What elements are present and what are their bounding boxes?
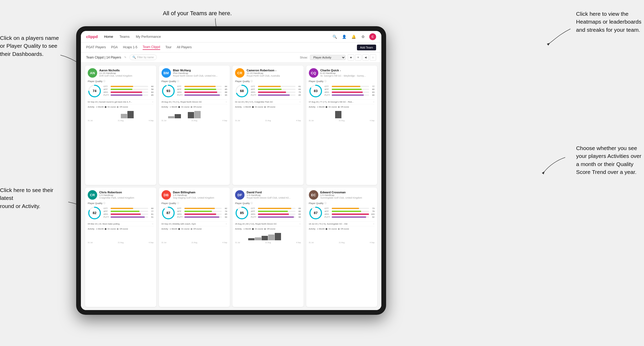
latest-round[interactable]: 02 Sep 23 | Sunset round to get back int… [88, 99, 154, 104]
circle-gauge[interactable]: 85 [235, 206, 249, 220]
user-icon[interactable]: 👤 [341, 34, 347, 40]
subnav-pga[interactable]: PGA [111, 45, 118, 50]
player-name[interactable]: Blair McHarg [173, 69, 227, 72]
player-name[interactable]: Cameron Robertson ● [247, 69, 301, 72]
player-name[interactable]: David Ford [247, 191, 301, 194]
gauge-svg: 87 [162, 206, 175, 220]
latest-round[interactable]: 07 Aug 23 | 77 (+7), St George's Hill GC… [309, 99, 375, 104]
bell-icon[interactable]: 🔔 [350, 34, 357, 40]
settings-icon[interactable]: ⚙ [360, 34, 366, 40]
player-card: AN Aaron Nicholls 11-15 Handicap Drift G… [85, 66, 156, 185]
player-club: Drift Golf Club, United Kingdom [99, 74, 154, 77]
stat-label-app: APP [103, 88, 110, 91]
nav-icons: 🔍 👤 🔔 ⚙ C [331, 33, 376, 40]
avatar-icon[interactable]: C [369, 33, 376, 40]
stat-label-arg: ARG [251, 91, 257, 93]
player-info: David Ford 1-5 Handicap Royal North Devo… [247, 191, 301, 199]
circle-gauge[interactable]: 74 [88, 84, 101, 98]
latest-round-text: 02 Jul 23 | 59 (+17), Craigmillar Park G… [235, 101, 273, 103]
stat-row-putt: PUTT 95 [177, 94, 227, 96]
on-course-legend [105, 228, 106, 230]
add-team-button[interactable]: Add Team [357, 45, 376, 50]
stat-value-app: 77 [149, 210, 154, 212]
nav-my-performance[interactable]: My Performance [136, 35, 161, 39]
player-card: DF David Ford 1-5 Handicap Royal North D… [232, 188, 304, 307]
subnav-all-players[interactable]: All Players [177, 45, 192, 50]
stat-label-arg: ARG [325, 91, 331, 93]
circle-gauge[interactable]: 93 [162, 84, 175, 98]
stat-label-ott: OTT [325, 207, 331, 210]
sort-button[interactable]: ↕ [370, 54, 376, 61]
sub-nav-right: Add Team [357, 45, 376, 50]
quality-section[interactable]: 93 OTT 84 APP 85 [162, 84, 227, 98]
off-course-legend [264, 228, 266, 230]
quality-section[interactable]: 68 OTT 61 APP 63 [235, 84, 301, 98]
nav-home[interactable]: Home [104, 35, 113, 39]
latest-round[interactable]: 04 Sep 23 | Mobility with coach, Gym → [162, 221, 227, 226]
subnav-hcaps[interactable]: Hcaps 1-5 [123, 45, 137, 50]
quality-section[interactable]: 82 OTT 60 APP 77 [88, 206, 154, 220]
filter-button[interactable]: ◀ [362, 54, 369, 61]
latest-round[interactable]: 02 Jul 23 | 59 (+17), Craigmillar Park G… [235, 99, 301, 104]
team-header: Team Clippd | 14 Players ✎ 🔍 Filter by n… [81, 52, 381, 62]
list-view-button[interactable]: ≡ [355, 54, 361, 61]
stat-bar-fill-app [184, 89, 216, 90]
stat-bar-bg-arg [111, 92, 148, 93]
circle-gauge[interactable]: 68 [235, 84, 249, 98]
circle-gauge[interactable]: 87 [162, 206, 175, 220]
latest-round-arrow: → [152, 223, 154, 225]
player-name[interactable]: Aaron Nicholls [99, 69, 154, 72]
player-name[interactable]: Edward Crossman [320, 191, 375, 194]
search-icon[interactable]: 🔍 [331, 34, 338, 40]
stat-label-ott: OTT [103, 207, 110, 210]
grid-view-button[interactable]: ■ [348, 54, 354, 61]
players-grid: AN Aaron Nicholls 11-15 Handicap Drift G… [81, 62, 381, 310]
subnav-tour[interactable]: Tour [165, 45, 172, 50]
on-course-label: On course [328, 228, 337, 230]
stat-label-arg: ARG [103, 213, 110, 215]
stat-bar-bg-app [111, 211, 148, 212]
quality-section[interactable]: 83 OTT 77 APP 80 [309, 84, 375, 98]
chart-bar [248, 238, 255, 240]
player-avatar: CR [88, 190, 97, 200]
stat-label-arg: ARG [177, 91, 184, 93]
latest-round[interactable]: 05 Mar 23 | 19, Must make putting → [88, 221, 154, 226]
nav-teams[interactable]: Teams [120, 35, 129, 39]
quality-section[interactable]: 87 OTT 82 APP 74 [162, 206, 227, 220]
activity-chart: 31 Jul 21 Aug 4 Sep [309, 231, 375, 243]
circle-gauge[interactable]: 82 [88, 206, 101, 220]
circle-gauge[interactable]: 87 [309, 206, 323, 220]
filter-search[interactable]: 🔍 Filter by name [129, 55, 157, 60]
latest-round[interactable]: 18 Jul 23 | 74 (+4), Sunningdale GC - Ol… [309, 221, 375, 226]
subnav-pgat[interactable]: PGAT Players [86, 45, 106, 50]
player-name[interactable]: Chris Robertson [99, 191, 154, 194]
stat-row-arg: ARG 81 [103, 213, 154, 215]
quality-section[interactable]: 74 OTT 60 APP 58 [88, 84, 154, 98]
stat-bar-fill-ott [111, 208, 133, 209]
latest-round-text: 18 Jul 23 | 74 (+4), Sunningdale GC - Ol… [309, 223, 347, 225]
quality-section[interactable]: 87 OTT 73 APP 79 [309, 206, 375, 220]
quality-section[interactable]: 85 OTT 89 APP 80 [235, 206, 301, 220]
activity-chart: 31 Jul 21 Aug 4 Sep [162, 109, 227, 121]
show-select[interactable]: Player Activity Quality Score Trend [310, 55, 346, 60]
off-course-label: Off course [193, 228, 202, 230]
player-name[interactable]: Charlie Quick ● [320, 69, 375, 72]
stat-bar-fill-ott [258, 86, 281, 87]
player-handicap: 11-15 Handicap [247, 72, 301, 74]
stat-label-ott: OTT [177, 85, 184, 88]
stat-bar-fill-ott [332, 208, 359, 209]
player-name[interactable]: Dave Billingham [173, 191, 227, 194]
latest-round-arrow: → [225, 101, 227, 103]
player-card: CR Chris Robertson 1-5 Handicap Craigmil… [85, 188, 156, 307]
player-card: DB Dave Billingham 1-5 Handicap Sog Magi… [159, 188, 230, 307]
stat-row-ott: OTT 82 [177, 207, 227, 210]
chart-x-label-2: 21 Aug [339, 120, 345, 121]
latest-round[interactable]: 26 Aug 23 | 84 (+12), Royal North Devon … [235, 221, 301, 226]
player-info: Blair McHarg Plus Handicap Royal North D… [173, 69, 227, 77]
subnav-team-clippd[interactable]: Team Clippd [143, 45, 160, 50]
circle-gauge[interactable]: 83 [309, 84, 323, 98]
latest-round-arrow: → [152, 101, 154, 103]
latest-round[interactable]: 26 Aug 23 | 73 (+1), Royal North Devon G… [162, 99, 227, 104]
latest-round-text: 26 Aug 23 | 84 (+12), Royal North Devon … [235, 223, 277, 225]
edit-icon[interactable]: ✎ [124, 56, 126, 59]
